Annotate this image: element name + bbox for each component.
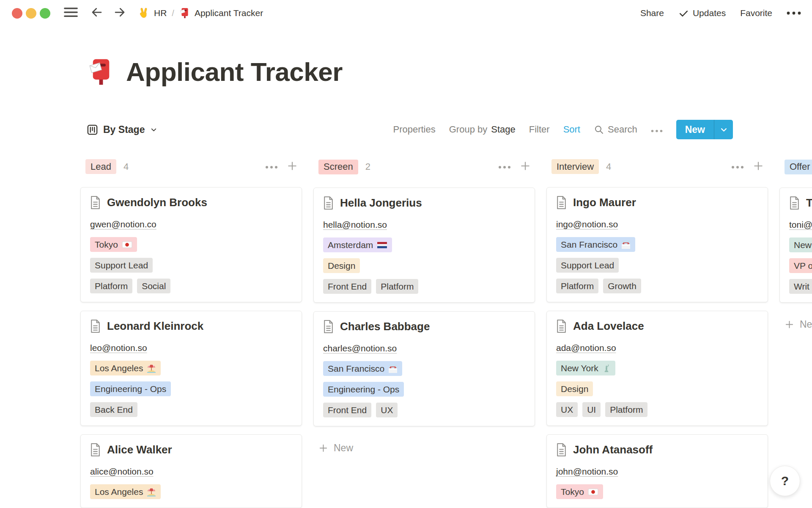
column-cards: Hella Jongeriushella@notion.soAmsterdamD… <box>313 188 535 426</box>
applicant-card[interactable]: Ingo Maureringo@notion.soSan FranciscoSu… <box>546 187 768 302</box>
topbar-more-button[interactable] <box>787 11 801 15</box>
tag-front-end: Front End <box>323 403 371 417</box>
column-actions <box>265 160 298 173</box>
card-email-link[interactable]: hella@notion.so <box>323 220 387 230</box>
tag-tokyo: Tokyo <box>556 484 603 499</box>
column-more-button[interactable] <box>498 163 511 171</box>
back-button[interactable] <box>91 6 103 20</box>
column-add-card-button[interactable] <box>287 160 298 173</box>
applicant-card[interactable]: Ttoni@NewVP oWrit <box>779 188 812 303</box>
help-button[interactable]: ? <box>770 466 800 496</box>
column-stage-chip[interactable]: Screen <box>318 160 358 174</box>
card-tag-row: Front EndUX <box>323 403 525 417</box>
column-stage-chip[interactable]: Interview <box>551 159 599 174</box>
card-title: Charles Babbage <box>340 320 430 333</box>
card-title: Leonard Kleinrock <box>107 320 203 333</box>
column-more-button[interactable] <box>731 163 744 171</box>
new-record-button[interactable]: New <box>676 120 714 139</box>
column-header: Lead4 <box>80 159 302 174</box>
close-window-button[interactable] <box>12 8 22 19</box>
new-record-dropdown-button[interactable] <box>714 120 733 139</box>
card-email-link[interactable]: toni@ <box>789 220 812 230</box>
fog-bridge-icon <box>621 240 631 249</box>
view-switcher[interactable]: By Stage <box>87 124 157 135</box>
applicant-card[interactable]: Gwendolyn Brooksgwen@notion.coTokyoSuppo… <box>80 187 302 302</box>
column-stage-chip[interactable]: Lead <box>85 159 116 174</box>
group-by-button[interactable]: Group by Stage <box>449 124 516 135</box>
applicant-card[interactable]: John Atanasoffjohn@notion.soTokyo <box>546 434 768 508</box>
properties-button[interactable]: Properties <box>393 124 435 135</box>
new-record-split-button: New <box>676 120 733 139</box>
tag-ux: UX <box>376 403 398 417</box>
page-header: Applicant Tracker <box>87 57 343 87</box>
column-cards: Gwendolyn Brooksgwen@notion.coTokyoSuppo… <box>80 187 302 508</box>
favorite-button[interactable]: Favorite <box>740 8 772 18</box>
column-new-card-button[interactable]: New <box>779 319 812 330</box>
board-column-screen: Screen2Hella Jongeriushella@notion.soAms… <box>313 159 535 508</box>
zoom-window-button[interactable] <box>40 8 50 19</box>
page-postbox-icon[interactable] <box>87 57 115 87</box>
breadcrumb-page[interactable]: Applicant Tracker <box>179 7 263 19</box>
column-count: 2 <box>365 161 370 172</box>
applicant-card[interactable]: Hella Jongeriushella@notion.soAmsterdamD… <box>313 188 535 303</box>
column-stage-chip[interactable]: Offer <box>785 160 812 174</box>
card-title: Ada Lovelace <box>573 320 644 333</box>
tag-label: Platform <box>95 281 128 291</box>
column-more-button[interactable] <box>265 163 278 171</box>
column-header: Offer <box>779 159 812 174</box>
column-add-card-button[interactable] <box>753 160 764 173</box>
filter-button[interactable]: Filter <box>529 124 550 135</box>
card-title: Ingo Maurer <box>573 196 636 209</box>
tag-label: Writ <box>794 282 809 292</box>
hamburger-icon <box>64 7 78 17</box>
card-email-link[interactable]: charles@notion.so <box>323 343 397 353</box>
tag-new-york: New York <box>556 361 615 375</box>
breadcrumb-workspace[interactable]: HR <box>138 7 167 19</box>
card-email-link[interactable]: alice@notion.so <box>90 467 154 477</box>
card-email-link[interactable]: ingo@notion.so <box>556 219 618 229</box>
forward-button[interactable] <box>113 6 126 20</box>
card-email-link[interactable]: leo@notion.so <box>90 343 147 353</box>
card-title-row: Leonard Kleinrock <box>90 320 292 333</box>
plus-small-icon <box>318 443 328 453</box>
share-button[interactable]: Share <box>640 8 664 18</box>
plus-icon <box>753 160 764 171</box>
applicant-card[interactable]: Charles Babbagecharles@notion.soSan Fran… <box>313 311 535 426</box>
liberty-icon <box>602 364 611 373</box>
card-email-link[interactable]: john@notion.so <box>556 467 618 477</box>
tag-support-lead: Support Lead <box>556 258 619 273</box>
applicant-card[interactable]: Alice Walkeralice@notion.soLos Angeles <box>80 434 302 508</box>
sort-button[interactable]: Sort <box>563 124 580 135</box>
plus-icon <box>287 160 298 171</box>
search-icon <box>594 124 604 135</box>
applicant-card[interactable]: Leonard Kleinrockleo@notion.soLos Angele… <box>80 311 302 426</box>
applicant-card[interactable]: Ada Lovelaceada@notion.soNew YorkDesignU… <box>546 311 768 426</box>
victory-hand-icon <box>138 7 150 19</box>
column-count: 4 <box>123 161 129 172</box>
search-button[interactable]: Search <box>594 124 637 135</box>
tag-label: UX <box>561 405 573 415</box>
card-email-link[interactable]: gwen@notion.co <box>90 219 156 229</box>
tag-platform: Platform <box>90 279 132 293</box>
more-icon <box>498 166 511 169</box>
card-email-link[interactable]: ada@notion.so <box>556 343 616 353</box>
page-title[interactable]: Applicant Tracker <box>126 57 343 87</box>
tag-label: UI <box>587 405 596 415</box>
column-new-card-button[interactable]: New <box>313 442 535 454</box>
toolbar-more-button[interactable] <box>651 124 663 135</box>
card-title-row: Hella Jongerius <box>323 196 525 210</box>
tag-tokyo: Tokyo <box>90 237 137 252</box>
card-tag-row: Writ <box>789 279 812 294</box>
minimize-window-button[interactable] <box>26 8 36 19</box>
updates-button[interactable]: Updates <box>678 8 726 19</box>
card-tag-row: Amsterdam <box>323 237 525 252</box>
card-tag-row: Design <box>556 381 758 396</box>
chevron-down-icon <box>150 126 157 133</box>
tag-engineering-ops: Engineering - Ops <box>323 382 404 397</box>
tag-ui: UI <box>582 402 601 417</box>
column-add-card-button[interactable] <box>520 160 531 173</box>
tag-label: Back End <box>95 405 133 415</box>
breadcrumb: HR / Applicant Tracker <box>138 7 263 19</box>
sidebar-toggle-button[interactable] <box>64 7 78 19</box>
page-doc-icon <box>90 443 101 456</box>
